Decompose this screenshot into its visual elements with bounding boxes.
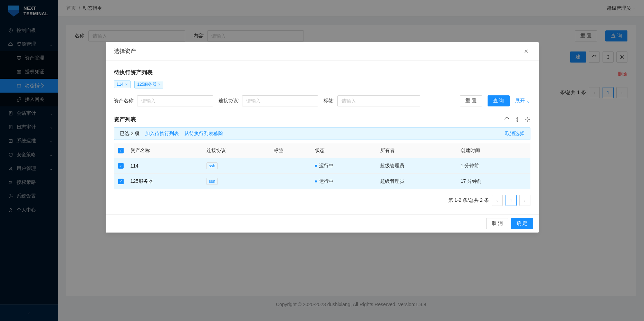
label-asset-name: 资产名称:: [114, 98, 135, 104]
pagination-text: 第 1-2 条/总共 2 条: [448, 197, 489, 204]
cell-owner: 超级管理员: [377, 158, 458, 173]
status-dot-icon: [315, 165, 317, 167]
next-page[interactable]: ›: [519, 195, 530, 206]
table-row[interactable]: ✓ 114 ssh 运行中 超级管理员 1 分钟前: [114, 158, 530, 173]
reset-button[interactable]: 重 置: [460, 95, 482, 106]
asset-name-input[interactable]: [137, 95, 213, 106]
close-icon[interactable]: ✕: [125, 83, 128, 86]
modal-title: 选择资产: [114, 48, 522, 55]
cell-tag: [271, 158, 312, 173]
close-icon[interactable]: ✕: [522, 48, 530, 55]
col-created: 创建时间: [458, 143, 530, 158]
list-actions: [504, 117, 530, 122]
tag-label: 125服务器: [137, 82, 156, 87]
proto-input[interactable]: [242, 95, 318, 106]
svg-point-14: [527, 119, 528, 120]
status-dot-icon: [315, 180, 317, 182]
proto-tag: ssh: [206, 178, 218, 185]
asset-list-header: 资产列表: [114, 116, 530, 123]
tag-114: 114 ✕: [114, 81, 131, 88]
checkbox-row[interactable]: ✓: [118, 163, 124, 169]
cancel-selection[interactable]: 取消选择: [505, 131, 525, 137]
status-badge: 运行中: [315, 178, 334, 185]
modal-footer: 取 消 确 定: [106, 214, 539, 233]
page-1[interactable]: 1: [506, 195, 517, 206]
selected-count: 已选 2 项: [120, 131, 140, 137]
checkbox-all[interactable]: ✓: [118, 148, 124, 153]
modal-mask: 选择资产 ✕ 待执行资产列表 114 ✕ 125服务器 ✕ 资产名称:: [0, 0, 644, 321]
tag-125: 125服务器 ✕: [134, 81, 163, 88]
proto-tag: ssh: [206, 162, 218, 169]
cell-owner: 超级管理员: [377, 173, 458, 189]
selection-alert: 已选 2 项 加入待执行列表 从待执行列表移除 取消选择: [114, 128, 530, 140]
expand-label: 展开: [515, 98, 525, 104]
gear-icon: [525, 117, 530, 122]
label-tag: 标签:: [324, 98, 335, 104]
label-proto: 连接协议:: [219, 98, 239, 104]
table-row[interactable]: ✓ 125服务器 ssh 运行中 超级管理员 17 分钟前: [114, 173, 530, 189]
status-badge: 运行中: [315, 163, 334, 169]
asset-table: ✓ 资产名称 连接协议 标签 状态 所有者 创建时间 ✓ 114 ssh: [114, 143, 530, 189]
modal-body: 待执行资产列表 114 ✕ 125服务器 ✕ 资产名称: 连接协议:: [106, 61, 539, 214]
list-title: 资产列表: [114, 116, 136, 123]
checkbox-row[interactable]: ✓: [118, 179, 124, 184]
cell-tag: [271, 173, 312, 189]
tag-input[interactable]: [337, 95, 420, 106]
col-name: 资产名称: [128, 143, 204, 158]
cell-created: 17 分钟前: [458, 173, 530, 189]
cell-name: 125服务器: [128, 173, 204, 189]
modal-pagination: 第 1-2 条/总共 2 条 ‹ 1 ›: [114, 189, 530, 206]
modal-header: 选择资产 ✕: [106, 42, 539, 61]
col-proto: 连接协议: [204, 143, 271, 158]
tag-label: 114: [117, 82, 124, 87]
query-button[interactable]: 查 询: [488, 95, 510, 106]
settings-button[interactable]: [525, 117, 530, 122]
prev-page[interactable]: ‹: [492, 195, 503, 206]
ok-button[interactable]: 确 定: [511, 218, 533, 229]
status-text: 运行中: [319, 178, 334, 185]
density-button[interactable]: [515, 117, 520, 122]
pending-title: 待执行资产列表: [114, 69, 530, 76]
modal: 选择资产 ✕ 待执行资产列表 114 ✕ 125服务器 ✕ 资产名称:: [106, 42, 539, 233]
refresh-icon: [504, 117, 510, 122]
chevron-down-icon: ⌄: [526, 98, 530, 104]
asset-filter: 资产名称: 连接协议: 标签: 重 置 查 询 展开 ⌄: [114, 95, 530, 106]
refresh-button[interactable]: [504, 117, 510, 122]
expand-link[interactable]: 展开 ⌄: [515, 98, 530, 104]
cancel-button[interactable]: 取 消: [486, 218, 508, 229]
selected-tags: 114 ✕ 125服务器 ✕: [114, 81, 530, 88]
col-owner: 所有者: [377, 143, 458, 158]
add-to-pending[interactable]: 加入待执行列表: [145, 131, 179, 137]
col-status: 状态: [312, 143, 377, 158]
close-icon[interactable]: ✕: [158, 83, 161, 86]
cell-name: 114: [128, 158, 204, 173]
column-height-icon: [515, 117, 520, 122]
remove-from-pending[interactable]: 从待执行列表移除: [184, 131, 223, 137]
cell-created: 1 分钟前: [458, 158, 530, 173]
col-tag: 标签: [271, 143, 312, 158]
status-text: 运行中: [319, 163, 334, 169]
